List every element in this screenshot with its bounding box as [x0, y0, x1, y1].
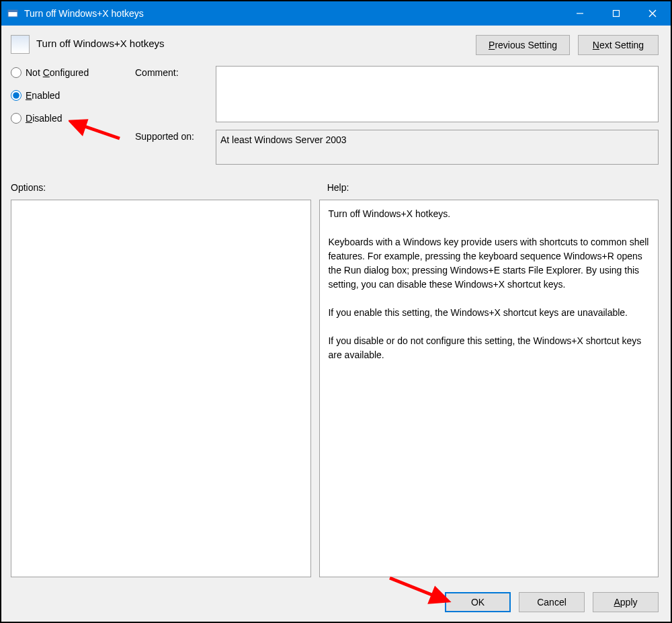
help-pane: Turn off Windows+X hotkeys. Keyboards wi… [319, 200, 659, 577]
content-area: Turn off Windows+X hotkeys Previous Sett… [1, 26, 671, 622]
svg-rect-3 [614, 11, 620, 17]
lower-panes: Turn off Windows+X hotkeys. Keyboards wi… [11, 200, 659, 577]
cancel-button[interactable]: Cancel [519, 592, 585, 612]
radio-not-configured-input[interactable] [11, 67, 22, 78]
help-label: Help: [322, 182, 659, 193]
radio-enabled[interactable]: Enabled [11, 90, 128, 101]
apply-button[interactable]: Apply [593, 592, 659, 612]
supported-on-label: Supported on: [135, 130, 209, 142]
window-controls [562, 1, 671, 26]
close-button[interactable] [634, 1, 671, 26]
radio-disabled-input[interactable] [11, 113, 22, 124]
config-grid: Not Configured Enabled Disabled Comment:… [11, 66, 659, 165]
policy-icon [11, 35, 30, 54]
lower-labels: Options: Help: [11, 182, 659, 193]
maximize-button[interactable] [598, 1, 634, 26]
header-row: Turn off Windows+X hotkeys Previous Sett… [11, 35, 659, 55]
gpo-editor-window: Turn off Windows+X hotkeys Turn off Wind… [1, 1, 671, 622]
state-radio-group: Not Configured Enabled Disabled [11, 66, 128, 124]
radio-not-configured[interactable]: Not Configured [11, 67, 128, 78]
nav-buttons: Previous Setting Next Setting [476, 35, 659, 55]
comment-field-wrapper [216, 66, 659, 124]
supported-on-field-wrapper: At least Windows Server 2003 [216, 130, 659, 165]
ok-button[interactable]: OK [445, 592, 511, 612]
radio-enabled-input[interactable] [11, 90, 22, 101]
page-title: Turn off Windows+X hotkeys [36, 35, 469, 49]
app-icon [7, 7, 19, 19]
svg-rect-1 [8, 10, 17, 12]
radio-disabled[interactable]: Disabled [11, 113, 128, 124]
window-title: Turn off Windows+X hotkeys [24, 8, 562, 19]
minimize-button[interactable] [562, 1, 598, 26]
comment-textarea[interactable] [216, 66, 659, 122]
previous-setting-button[interactable]: Previous Setting [476, 35, 570, 55]
next-setting-button[interactable]: Next Setting [578, 35, 659, 55]
titlebar: Turn off Windows+X hotkeys [1, 1, 671, 26]
options-label: Options: [11, 182, 322, 193]
supported-on-box: At least Windows Server 2003 [216, 130, 659, 165]
options-pane [11, 200, 311, 577]
footer-buttons: OK Cancel Apply [11, 584, 659, 612]
comment-label: Comment: [135, 66, 209, 78]
